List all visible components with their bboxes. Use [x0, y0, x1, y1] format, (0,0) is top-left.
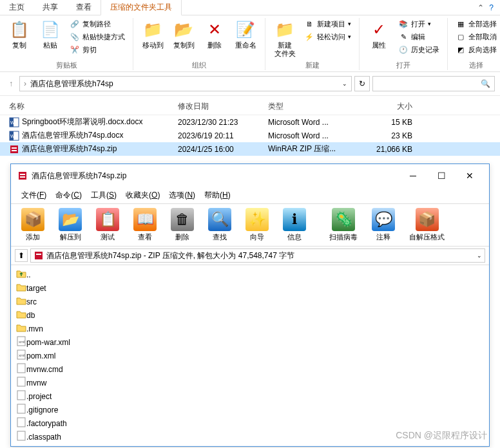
- add-button[interactable]: 📦添加: [15, 207, 51, 243]
- archive-file-row[interactable]: mvnw.cmd: [16, 362, 484, 376]
- copy-path-button[interactable]: 🔗复制路径: [67, 18, 128, 30]
- file-name: Springboot环境部署说明.docx.docx: [22, 117, 142, 127]
- tab-home[interactable]: 主页: [0, 0, 34, 15]
- file-size: 15 KB: [361, 118, 412, 127]
- properties-button[interactable]: ✓ 属性: [365, 18, 393, 51]
- menu-item[interactable]: 工具(S): [87, 189, 120, 202]
- file-name: 酒店信息管理系统h74sp.docx: [22, 130, 123, 141]
- archive-file-row[interactable]: xmlpom-war.xml: [16, 335, 484, 349]
- menu-item[interactable]: 文件(F): [17, 189, 50, 202]
- select-all-button[interactable]: ▦全部选择: [453, 18, 499, 30]
- find-button[interactable]: 🔍查找: [202, 207, 238, 243]
- archive-file-row[interactable]: mvnw: [16, 376, 484, 389]
- zip-icon: [34, 250, 44, 261]
- chevron-down-icon[interactable]: ⌄: [477, 252, 482, 259]
- rename-button[interactable]: 📝 重命名: [231, 18, 260, 51]
- copy-button[interactable]: 📋 复制: [5, 18, 34, 51]
- file-row[interactable]: 酒店信息管理系统h74sp.zip2024/1/25 16:00WinRAR Z…: [0, 142, 500, 156]
- archive-file-row[interactable]: target: [16, 281, 484, 295]
- move-to-button[interactable]: 📁 移动到: [139, 18, 167, 51]
- archive-file-row[interactable]: .mvn: [16, 322, 484, 335]
- view-icon: 📖: [133, 208, 157, 231]
- file-type-icon: [16, 377, 26, 389]
- nav-up-icon[interactable]: ↑: [5, 78, 17, 89]
- menu-item[interactable]: 帮助(H): [200, 189, 235, 202]
- archive-file-row[interactable]: .gitignore: [16, 403, 484, 416]
- paste-shortcut-button[interactable]: 📎粘贴快捷方式: [67, 31, 128, 42]
- paste-button[interactable]: 📄 粘贴: [36, 18, 64, 51]
- scan-button[interactable]: 🦠扫描病毒: [323, 207, 364, 243]
- sfx-button[interactable]: 📦自解压格式: [403, 207, 451, 243]
- breadcrumb-folder[interactable]: 酒店信息管理系统h74sp: [30, 79, 113, 89]
- tab-compressed-tools[interactable]: 压缩的文件夹工具: [101, 0, 182, 15]
- menu-item[interactable]: 命令(C): [52, 189, 86, 202]
- svg-rect-9: [19, 172, 26, 180]
- maximize-button[interactable]: ☐: [428, 168, 454, 183]
- archive-file-row[interactable]: src: [16, 295, 484, 308]
- wizard-button[interactable]: ✨向导: [239, 207, 275, 243]
- file-type-icon: xml: [16, 336, 26, 348]
- new-folder-button[interactable]: 📁 新建 文件夹: [271, 18, 299, 59]
- winrar-icon: [17, 171, 28, 181]
- copy-to-button[interactable]: 📂 复制到: [169, 18, 198, 51]
- tab-view[interactable]: 查看: [67, 0, 101, 15]
- select-group-label: 选择: [469, 59, 483, 70]
- menu-item[interactable]: 收藏夹(O): [122, 189, 164, 202]
- properties-icon: ✓: [369, 19, 389, 40]
- help-icon[interactable]: ?: [489, 3, 494, 12]
- file-size: 21,066 KB: [361, 145, 412, 154]
- column-date[interactable]: 修改日期: [178, 101, 268, 112]
- extract-button[interactable]: 📂解压到: [52, 207, 88, 243]
- ribbon-collapse-icon[interactable]: ⌃: [477, 3, 484, 12]
- archive-file-row[interactable]: .factorypath: [16, 416, 484, 430]
- delete-button[interactable]: 🗑删除: [164, 207, 200, 243]
- search-input[interactable]: 🔍: [372, 76, 495, 91]
- file-type-icon: [16, 363, 26, 375]
- file-name: .gitignore: [26, 406, 58, 415]
- new-item-button[interactable]: 🗎新建项目▾: [302, 18, 354, 30]
- archive-file-row[interactable]: db: [16, 308, 484, 322]
- svg-text:xml: xml: [19, 340, 24, 344]
- paste-icon: 📄: [40, 19, 61, 40]
- file-row[interactable]: W酒店信息管理系统h74sp.docx2023/6/19 20:11Micros…: [0, 129, 500, 142]
- edit-button[interactable]: ✎编辑: [396, 31, 442, 42]
- chevron-down-icon[interactable]: ⌄: [342, 80, 347, 87]
- file-row[interactable]: WSpringboot环境部署说明.docx.docx2023/12/30 21…: [0, 115, 500, 129]
- cut-button[interactable]: ✂️剪切: [67, 44, 128, 55]
- copy-to-icon: 📂: [173, 19, 194, 40]
- svg-rect-21: [17, 404, 25, 413]
- close-button[interactable]: ✕: [457, 168, 483, 183]
- file-type-icon: [9, 144, 19, 154]
- file-name: mvnw: [26, 378, 46, 387]
- easy-access-button[interactable]: ⚡轻松访问▾: [302, 31, 354, 42]
- info-button[interactable]: ℹ信息: [276, 207, 312, 243]
- archive-path[interactable]: 酒店信息管理系统h74sp.zip - ZIP 压缩文件, 解包大小为 47,5…: [30, 248, 485, 263]
- archive-file-row[interactable]: ..: [16, 268, 484, 281]
- svg-text:W: W: [10, 120, 15, 125]
- column-size[interactable]: 大小: [361, 101, 412, 112]
- open-button[interactable]: 📚打开▾: [396, 18, 442, 30]
- breadcrumb[interactable]: › 酒店信息管理系统h74sp ⌄: [19, 76, 352, 91]
- archive-file-row[interactable]: .project: [16, 389, 484, 403]
- column-type[interactable]: 类型: [268, 101, 361, 112]
- column-name[interactable]: 名称: [9, 101, 178, 112]
- comment-button[interactable]: 💬注释: [365, 207, 401, 243]
- history-button[interactable]: 🕐历史记录: [396, 44, 442, 55]
- test-button[interactable]: 📋测试: [90, 207, 126, 243]
- view-button[interactable]: 📖查看: [127, 207, 163, 243]
- copy-icon: 📋: [9, 19, 30, 40]
- archive-file-row[interactable]: xmlpom.xml: [16, 349, 484, 362]
- invert-selection-button[interactable]: ◩反向选择: [453, 44, 499, 55]
- scissors-icon: ✂️: [70, 44, 80, 55]
- file-name: .mvn: [26, 324, 43, 333]
- up-button[interactable]: ⬆: [15, 249, 28, 262]
- move-icon: 📁: [142, 19, 163, 40]
- menu-item[interactable]: 选项(N): [165, 189, 199, 202]
- delete-button[interactable]: ✕ 删除: [200, 18, 229, 51]
- refresh-button[interactable]: ↻: [354, 76, 370, 91]
- tab-share[interactable]: 共享: [34, 0, 67, 15]
- select-none-button[interactable]: ▢全部取消: [453, 31, 499, 42]
- file-name: 酒店信息管理系统h74sp.zip: [22, 144, 117, 154]
- minimize-button[interactable]: ─: [400, 168, 426, 183]
- file-type-icon: [16, 309, 26, 321]
